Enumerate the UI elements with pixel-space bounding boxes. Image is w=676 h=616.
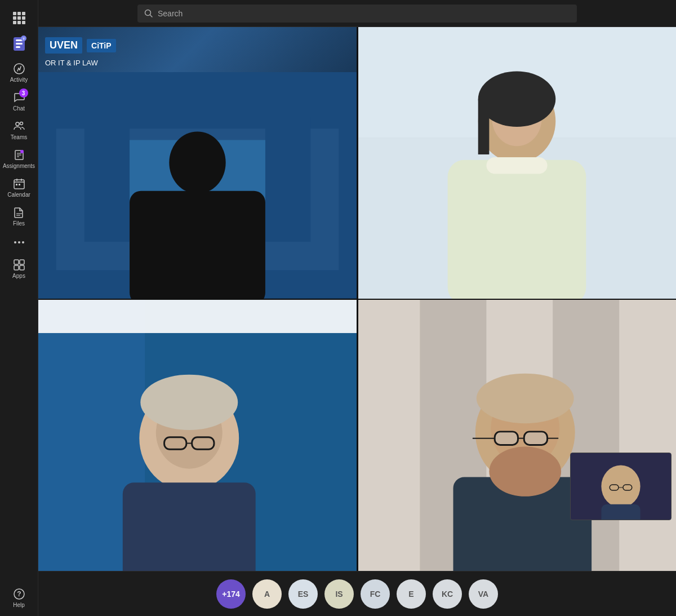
svg-point-7	[20, 122, 23, 125]
participant-initials-A: A	[264, 590, 270, 599]
logo-text-1: OR IT & IP LAW	[45, 57, 98, 68]
sidebar-item-help[interactable]: ? Help	[0, 584, 38, 611]
video-cell-3: EN	[38, 300, 357, 571]
participant-initials-VA: VA	[478, 590, 488, 599]
svg-rect-39	[130, 191, 265, 299]
svg-point-6	[16, 122, 19, 126]
activity-icon	[12, 62, 26, 76]
logo-citip: CiTiP	[87, 39, 116, 52]
svg-rect-27	[14, 265, 19, 270]
participant-avatar-E[interactable]: E	[397, 579, 426, 609]
svg-text:T: T	[23, 37, 25, 41]
header: Search	[38, 0, 676, 27]
svg-rect-3	[16, 46, 20, 48]
participant-bar: +174 A ES IS FC E KC VA	[38, 571, 676, 616]
person-2-bg	[358, 27, 676, 299]
help-icon: ?	[12, 587, 26, 601]
more-icon	[12, 236, 26, 249]
search-bar[interactable]: Search	[137, 5, 577, 23]
logo-uven: UVEN	[45, 37, 82, 54]
sidebar-nav: T Activity 3 Chat	[0, 5, 38, 230]
sidebar-item-apps[interactable]: Apps	[0, 255, 38, 282]
svg-rect-51	[38, 300, 357, 333]
participant-initials-E: E	[408, 590, 413, 599]
svg-rect-70	[495, 431, 518, 445]
svg-rect-18	[16, 184, 17, 185]
svg-rect-71	[524, 431, 547, 445]
self-view-thumbnail	[570, 453, 671, 520]
svg-rect-54	[123, 482, 256, 571]
sidebar-item-assignments-label: Assignments	[3, 163, 35, 169]
svg-rect-48	[486, 157, 547, 174]
svg-point-77	[601, 465, 640, 507]
sidebar-item-activity-label: Activity	[10, 77, 28, 83]
svg-rect-25	[14, 260, 19, 264]
participant-initials-ES: ES	[298, 590, 309, 599]
sidebar-item-chat-label: Chat	[13, 105, 25, 112]
participant-overflow-count: +174	[222, 590, 240, 599]
svg-rect-45	[448, 160, 586, 299]
svg-point-55	[140, 374, 238, 429]
files-icon	[12, 206, 26, 219]
teams-nav-icon	[12, 119, 26, 133]
svg-rect-35	[84, 117, 130, 242]
svg-text:!: !	[21, 150, 22, 153]
sidebar-more-button[interactable]	[0, 232, 38, 252]
svg-point-23	[18, 241, 20, 243]
main-content: Search UVEN CiTiP OR IT & IP LAW	[38, 0, 676, 616]
svg-point-22	[14, 241, 16, 243]
person-3-bg	[38, 300, 357, 571]
svg-rect-78	[601, 504, 640, 520]
svg-rect-28	[20, 265, 24, 270]
participant-initials-KC: KC	[442, 590, 453, 599]
participant-initials-FC: FC	[370, 590, 381, 599]
video-grid: UVEN CiTiP OR IT & IP LAW	[38, 27, 676, 571]
svg-rect-36	[265, 117, 310, 242]
participant-overflow[interactable]: +174	[216, 579, 246, 609]
svg-line-32	[150, 15, 153, 17]
sidebar-item-help-label: Help	[13, 602, 25, 608]
video-cell-2	[358, 27, 676, 299]
svg-point-69	[489, 446, 561, 496]
sidebar-item-assignments[interactable]: ! Assignments	[0, 145, 38, 172]
svg-rect-60	[358, 300, 420, 571]
teams-logo: T	[10, 35, 28, 53]
svg-point-24	[22, 241, 24, 243]
sidebar: T Activity 3 Chat	[0, 0, 38, 616]
video-cell-4	[358, 300, 676, 571]
sidebar-item-apps-label: Apps	[12, 273, 25, 279]
svg-rect-47	[478, 99, 490, 154]
svg-point-38	[169, 131, 225, 193]
app-launcher-button[interactable]	[6, 5, 33, 32]
logo-bar-1: UVEN CiTiP	[38, 33, 357, 58]
participant-avatar-KC[interactable]: KC	[433, 579, 462, 609]
sidebar-bottom: ? Help	[0, 584, 38, 611]
participant-avatar-FC[interactable]: FC	[361, 579, 390, 609]
sidebar-item-activity[interactable]: Activity	[0, 59, 38, 86]
video-cell-1: UVEN CiTiP OR IT & IP LAW	[38, 27, 357, 299]
sidebar-item-calendar[interactable]: Calendar	[0, 174, 38, 201]
sidebar-item-chat[interactable]: 3 Chat	[0, 87, 38, 115]
sidebar-item-calendar-label: Calendar	[7, 192, 30, 198]
chat-icon: 3	[12, 91, 26, 104]
participant-avatar-A[interactable]: A	[252, 579, 282, 609]
svg-point-68	[477, 373, 574, 423]
participant-avatar-VA[interactable]: VA	[469, 579, 498, 609]
sidebar-item-teams[interactable]: Teams	[0, 116, 38, 144]
participant-avatar-IS[interactable]: IS	[324, 579, 354, 609]
svg-rect-2	[16, 43, 23, 45]
sidebar-item-teams-label: Teams	[11, 134, 27, 140]
apps-icon	[12, 258, 26, 272]
calendar-icon	[12, 177, 26, 190]
person-4-bg	[358, 300, 676, 571]
svg-rect-64	[619, 300, 676, 571]
participant-initials-IS: IS	[335, 590, 343, 599]
svg-rect-19	[19, 184, 20, 185]
sidebar-item-files[interactable]: Files	[0, 202, 38, 230]
participant-avatar-ES[interactable]: ES	[288, 579, 318, 609]
waffle-icon	[13, 12, 25, 24]
search-placeholder-text: Search	[158, 9, 183, 18]
chat-badge: 3	[19, 88, 28, 98]
svg-rect-26	[20, 260, 24, 264]
svg-text:?: ?	[17, 590, 21, 598]
